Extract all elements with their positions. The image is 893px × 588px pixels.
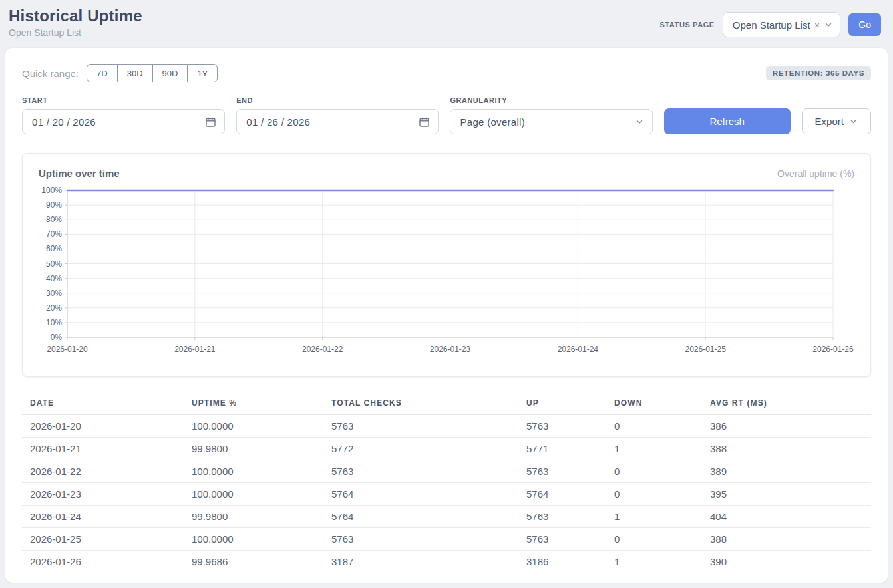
- chevron-down-icon: [824, 20, 833, 29]
- table-header-row: DATEUPTIME %TOTAL CHECKSUPDOWNAVG RT (MS…: [22, 393, 871, 415]
- start-date-input[interactable]: 01 / 20 / 2026: [22, 109, 225, 134]
- table-cell: 99.9800: [184, 438, 323, 460]
- page-title: Historical Uptime: [9, 7, 142, 25]
- table-cell: 0: [606, 415, 702, 438]
- table-cell: 2026-01-24: [22, 506, 184, 528]
- svg-text:10%: 10%: [46, 318, 62, 327]
- quick-range-group: 7D 30D 90D 1Y: [87, 64, 218, 82]
- calendar-icon[interactable]: [419, 116, 430, 128]
- uptime-table-body: 2026-01-20100.00005763576303862026-01-21…: [22, 415, 871, 573]
- svg-text:2026-01-23: 2026-01-23: [430, 345, 471, 354]
- table-cell: 5763: [518, 528, 606, 551]
- svg-text:100%: 100%: [41, 186, 62, 195]
- quick-range-30d-button[interactable]: 30D: [117, 64, 153, 82]
- table-cell: 386: [702, 415, 871, 438]
- quick-range-1y-button[interactable]: 1Y: [187, 64, 218, 82]
- uptime-table: DATEUPTIME %TOTAL CHECKSUPDOWNAVG RT (MS…: [22, 393, 871, 573]
- table-column-header: TOTAL CHECKS: [323, 393, 518, 415]
- calendar-icon[interactable]: [205, 116, 216, 128]
- granularity-label: GRANULARITY: [450, 96, 652, 104]
- table-cell: 5763: [323, 528, 518, 551]
- table-cell: 2026-01-26: [22, 551, 184, 573]
- table-cell: 2026-01-25: [22, 528, 184, 551]
- table-cell: 5772: [323, 438, 518, 460]
- table-cell: 3187: [323, 551, 518, 573]
- page-header: Historical Uptime Open Startup List STAT…: [0, 0, 893, 43]
- table-cell: 100.0000: [184, 483, 323, 506]
- quick-range-row: Quick range: 7D 30D 90D 1Y RETENTION: 36…: [22, 64, 871, 82]
- table-cell: 389: [702, 460, 871, 483]
- quick-range-90d-button[interactable]: 90D: [152, 64, 188, 82]
- table-cell: 395: [702, 483, 871, 506]
- table-cell: 5763: [518, 506, 606, 528]
- chart-legend: Overall uptime (%): [777, 168, 854, 179]
- svg-text:50%: 50%: [46, 259, 62, 269]
- table-cell: 5763: [323, 460, 518, 483]
- table-cell: 390: [702, 551, 871, 573]
- table-cell: 0: [606, 460, 702, 483]
- table-cell: 388: [702, 528, 871, 551]
- uptime-chart-card: Uptime over time Overall uptime (%) 0%10…: [22, 153, 871, 377]
- table-column-header: DOWN: [606, 393, 702, 415]
- quick-range-7d-button[interactable]: 7D: [87, 64, 118, 82]
- export-button[interactable]: Export: [802, 108, 871, 134]
- table-column-header: UPTIME %: [184, 393, 323, 415]
- start-label: START: [22, 96, 225, 104]
- table-cell: 1: [606, 551, 702, 573]
- table-cell: 0: [606, 483, 702, 506]
- table-cell: 1: [606, 438, 702, 460]
- table-column-header: UP: [518, 393, 606, 415]
- page-subtitle: Open Startup List: [9, 27, 142, 38]
- table-cell: 99.9800: [184, 506, 323, 528]
- chevron-down-icon: [849, 117, 858, 126]
- table-row: 2026-01-2499.9800576457631404: [22, 506, 871, 528]
- table-cell: 2026-01-22: [22, 460, 184, 483]
- table-cell: 99.9686: [184, 551, 323, 573]
- svg-text:60%: 60%: [46, 244, 62, 253]
- table-column-header: AVG RT (MS): [702, 393, 871, 415]
- table-row: 2026-01-2199.9800577257711388: [22, 438, 871, 460]
- table-cell: 404: [702, 506, 871, 528]
- table-cell: 1: [606, 506, 702, 528]
- granularity-select[interactable]: Page (overall): [450, 109, 652, 134]
- end-date-value: 01 / 26 / 2026: [246, 116, 310, 128]
- filters-row: START 01 / 20 / 2026 END 01 / 26 / 2026 …: [22, 96, 871, 134]
- status-page-select[interactable]: Open Startup List ×: [723, 12, 841, 37]
- table-cell: 100.0000: [184, 415, 323, 438]
- go-button[interactable]: Go: [848, 13, 881, 36]
- svg-text:2026-01-20: 2026-01-20: [47, 345, 88, 354]
- chevron-down-icon: [635, 117, 644, 126]
- table-cell: 2026-01-21: [22, 438, 184, 460]
- table-cell: 5764: [323, 506, 518, 528]
- table-cell: 100.0000: [184, 460, 323, 483]
- svg-text:80%: 80%: [46, 215, 62, 224]
- svg-text:2026-01-24: 2026-01-24: [558, 345, 599, 354]
- table-cell: 5764: [323, 483, 518, 506]
- table-row: 2026-01-25100.0000576357630388: [22, 528, 871, 551]
- table-cell: 388: [702, 438, 871, 460]
- table-row: 2026-01-22100.0000576357630389: [22, 460, 871, 483]
- uptime-table-wrap: DATEUPTIME %TOTAL CHECKSUPDOWNAVG RT (MS…: [22, 393, 871, 573]
- svg-text:30%: 30%: [46, 289, 62, 298]
- retention-badge: RETENTION: 365 DAYS: [766, 66, 871, 80]
- end-date-input[interactable]: 01 / 26 / 2026: [236, 109, 439, 134]
- table-cell: 5771: [518, 438, 606, 460]
- table-cell: 5764: [518, 483, 606, 506]
- table-cell: 2026-01-20: [22, 415, 184, 438]
- table-cell: 3186: [518, 551, 606, 573]
- clear-icon[interactable]: ×: [814, 20, 820, 30]
- table-cell: 5763: [518, 460, 606, 483]
- table-row: 2026-01-2699.9686318731861390: [22, 551, 871, 573]
- table-cell: 5763: [323, 415, 518, 438]
- refresh-button[interactable]: Refresh: [664, 108, 791, 134]
- chart-title: Uptime over time: [39, 168, 120, 179]
- table-cell: 2026-01-23: [22, 483, 184, 506]
- end-label: END: [236, 96, 439, 104]
- table-cell: 5763: [518, 415, 606, 438]
- svg-text:2026-01-21: 2026-01-21: [174, 345, 216, 354]
- quick-range-label: Quick range:: [22, 68, 79, 79]
- svg-text:40%: 40%: [46, 274, 62, 283]
- uptime-chart-svg: 0%10%20%30%40%50%60%70%80%90%100%2026-01…: [39, 184, 855, 359]
- status-page-selected-value: Open Startup List: [733, 19, 810, 31]
- table-cell: 0: [606, 528, 702, 551]
